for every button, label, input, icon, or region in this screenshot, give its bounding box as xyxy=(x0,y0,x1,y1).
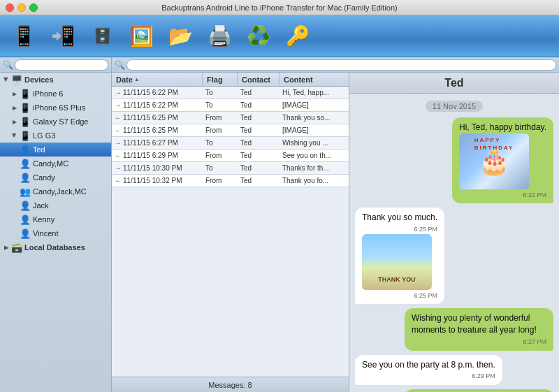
sidebar-item-iphone6[interactable]: ▶ 📱 iPhone 6 xyxy=(0,87,111,101)
chat-message-4: See you on the party at 8 p.m. then. 6:2… xyxy=(355,355,553,385)
contact-cell: Ted xyxy=(238,139,280,147)
flag-column-header[interactable]: Flag xyxy=(203,73,238,86)
window-title: Backuptrans Android Line to iPhone Trans… xyxy=(161,3,398,12)
photos-icon: 🖼️ xyxy=(129,24,154,48)
to-icon: → xyxy=(115,89,122,96)
maximize-button[interactable] xyxy=(29,3,38,12)
galaxy-icon: 📱 xyxy=(20,117,31,127)
beach-text: THANK YOU xyxy=(378,275,415,284)
phone-icon: 📱 xyxy=(12,24,36,48)
minimize-button[interactable] xyxy=(17,3,26,12)
sidebar-item-jack[interactable]: 👤 Jack xyxy=(0,198,111,212)
key-icon: 🔑 xyxy=(286,24,310,48)
candymc-label: Candy,MC xyxy=(33,159,68,168)
flag-cell: From xyxy=(203,152,238,159)
table-row[interactable]: →11/11/15 6:27 PM To Ted Wishing you ... xyxy=(112,137,349,150)
content-cell: Thanks for th... xyxy=(280,164,349,172)
chat-bubble-4: See you on the party at 8 p.m. then. 6:2… xyxy=(355,355,502,385)
from-icon: ← xyxy=(115,152,122,159)
to-icon: → xyxy=(115,164,122,172)
sidebar: ▶ 🖥️ Devices ▶ 📱 iPhone 6 ▶ 📱 iPhone 6S … xyxy=(0,73,112,392)
sidebar-item-candy[interactable]: 👤 Candy xyxy=(0,170,111,184)
local-db-expand-arrow: ▶ xyxy=(3,244,10,251)
table-row[interactable]: ←11/11/15 6:25 PM From Ted Thank you so.… xyxy=(112,112,349,124)
contact-cell: Ted xyxy=(238,89,280,96)
contact-cell: Ted xyxy=(238,164,280,172)
main-search-container: 🔍 xyxy=(112,57,559,72)
table-row[interactable]: →11/11/15 10:30 PM To Ted Thanks for th.… xyxy=(112,162,349,175)
sidebar-item-candyjackmc[interactable]: 👥 Candy,Jack,MC xyxy=(0,184,111,198)
chat-bubble-5: Thanks for the invite. It totally rocked… xyxy=(405,389,553,392)
chat-bubble-1: Hi, Ted, happy birthday. HAPPYBIRTHDAY 6… xyxy=(452,117,553,203)
chat-messages: 11 Nov 2015 Hi, Ted, happy birthday. HAP… xyxy=(349,94,559,392)
sidebar-item-ted[interactable]: 👤 Ted xyxy=(0,143,111,157)
table-row[interactable]: →11/11/15 6:22 PM To Ted Hi, Ted, happ..… xyxy=(112,87,349,99)
local-db-label: Local Databases xyxy=(24,243,85,252)
content-column-header[interactable]: Content xyxy=(280,73,349,86)
date-column-header[interactable]: Date ▲ xyxy=(112,73,203,86)
key-toolbar-button[interactable]: 🔑 xyxy=(281,20,314,53)
sidebar-section-devices[interactable]: ▶ 🖥️ Devices xyxy=(0,73,111,87)
table-row[interactable]: ←11/11/15 6:25 PM From Ted [IMAGE] xyxy=(112,124,349,137)
chat-bubble-1-time: 6:22 PM xyxy=(459,191,546,200)
content-cell: Hi, Ted, happ... xyxy=(280,89,349,96)
transfer-toolbar-button[interactable]: 🗄️ xyxy=(85,20,119,53)
kenny-icon: 👤 xyxy=(20,215,31,225)
sidebar-item-iphone6splus[interactable]: ▶ 📱 iPhone 6S Plus xyxy=(0,101,111,115)
message-list: Date ▲ Flag Contact Content →11/11/15 6:… xyxy=(112,73,349,392)
chat-message-2: Thank you so much. 6:25 PM THANK YOU 6:2… xyxy=(355,208,553,304)
message-rows: →11/11/15 6:22 PM To Ted Hi, Ted, happ..… xyxy=(112,87,349,377)
sidebar-item-lgg3[interactable]: ▶ 📱 LG G3 xyxy=(0,129,111,143)
chat-title: Ted xyxy=(444,77,463,89)
sidebar-item-vincent[interactable]: 👤 Vincent xyxy=(0,226,111,240)
phone-toolbar-button[interactable]: 📱 xyxy=(7,20,41,53)
message-list-header: Date ▲ Flag Contact Content xyxy=(112,73,349,87)
flag-cell: To xyxy=(203,139,238,147)
from-icon: ← xyxy=(115,126,122,134)
from-icon: ← xyxy=(115,177,122,184)
sidebar-section-local-databases[interactable]: ▶ 🗃️ Local Databases xyxy=(0,240,111,254)
iphone6-expand-arrow: ▶ xyxy=(11,90,18,97)
date-cell: →11/11/15 10:30 PM xyxy=(112,164,203,172)
print-icon: 🖨️ xyxy=(208,24,232,48)
iphone6-icon: 📱 xyxy=(20,89,31,99)
flag-cell: From xyxy=(203,177,238,184)
contact-cell: Ted xyxy=(238,177,280,184)
date-cell: →11/11/15 6:27 PM xyxy=(112,139,203,147)
sidebar-search-input[interactable] xyxy=(15,59,108,71)
table-row[interactable]: ←11/11/15 10:32 PM From Ted Thank you fo… xyxy=(112,175,349,187)
local-db-icon: 🗃️ xyxy=(11,242,22,253)
main-search-icon: 🔍 xyxy=(115,60,125,70)
recycle-toolbar-button[interactable]: ♻️ xyxy=(242,20,275,53)
chat-bubble-2-time-after: 6:25 PM xyxy=(362,291,437,300)
flag-cell: From xyxy=(203,114,238,122)
photos-toolbar-button[interactable]: 🖼️ xyxy=(124,20,158,53)
chat-panel: Ted 11 Nov 2015 Hi, Ted, happy birthday.… xyxy=(349,73,559,392)
date-cell: ←11/11/15 6:29 PM xyxy=(112,152,203,159)
lgg3-label: LG G3 xyxy=(33,131,55,140)
chat-bubble-4-text: See you on the party at 8 p.m. then. xyxy=(362,360,495,370)
contact-column-header[interactable]: Contact xyxy=(238,73,280,86)
title-bar: Backuptrans Android Line to iPhone Trans… xyxy=(0,0,559,15)
chat-bubble-2-text: Thank you so much. xyxy=(362,212,437,222)
table-row[interactable]: →11/11/15 6:22 PM To Ted [IMAGE] xyxy=(112,99,349,112)
sidebar-item-galaxy[interactable]: ▶ 📱 Galaxy S7 Edge xyxy=(0,115,111,129)
candyjackmc-icon: 👥 xyxy=(20,187,31,197)
candy-label: Candy xyxy=(33,173,55,182)
chat-header: Ted xyxy=(349,73,559,94)
table-row[interactable]: ←11/11/15 6:29 PM From Ted See you on th… xyxy=(112,150,349,162)
close-button[interactable] xyxy=(6,3,14,12)
chat-bubble-4-time: 6:29 PM xyxy=(362,372,495,381)
main-search-input[interactable] xyxy=(126,59,556,71)
traffic-lights xyxy=(6,3,38,12)
chat-message-5: Thanks for the invite. It totally rocked… xyxy=(355,389,553,392)
contact-cell: Ted xyxy=(238,152,280,159)
sidebar-item-candymc[interactable]: 👤 Candy,MC xyxy=(0,157,111,170)
print-toolbar-button[interactable]: 🖨️ xyxy=(203,20,236,53)
flag-cell: To xyxy=(203,164,238,172)
candy-icon: 👤 xyxy=(20,173,31,183)
folder-toolbar-button[interactable]: 📂 xyxy=(164,20,197,53)
sidebar-item-kenny[interactable]: 👤 Kenny xyxy=(0,212,111,226)
device-toolbar-button[interactable]: 📲 xyxy=(46,20,80,53)
to-icon: → xyxy=(115,101,122,109)
